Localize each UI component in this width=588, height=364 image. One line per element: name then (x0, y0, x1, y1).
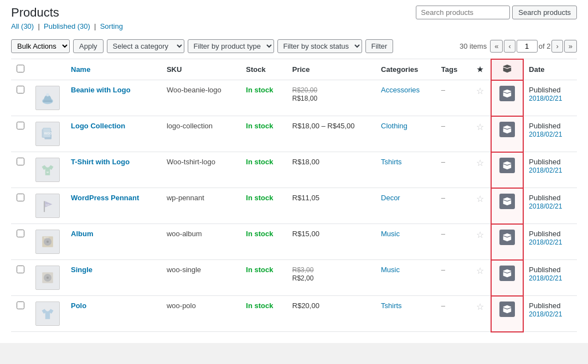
page-number-input[interactable] (517, 40, 538, 53)
product-price: R$18,00 – R$45,00 (287, 116, 375, 152)
filter-all-link[interactable]: All (30) (11, 22, 34, 30)
stock-status: In stock (246, 266, 273, 274)
featured-star[interactable]: ☆ (476, 266, 484, 275)
product-box-icon[interactable] (499, 158, 515, 173)
product-name-link[interactable]: Beanie with Logo (71, 86, 131, 94)
product-icon-cell[interactable] (491, 224, 523, 260)
featured-star[interactable]: ☆ (476, 230, 484, 240)
publish-date-link[interactable]: 2018/02/21 (529, 274, 562, 282)
stock-status: In stock (246, 158, 273, 166)
row-checkbox[interactable] (17, 266, 24, 273)
search-button[interactable]: Search products (512, 6, 577, 19)
svg-point-2 (46, 93, 49, 97)
product-sku: Woo-tshirt-logo (161, 152, 240, 188)
select-all-checkbox[interactable] (17, 65, 24, 72)
product-name-link[interactable]: Single (71, 266, 92, 274)
publish-status: Published (529, 194, 560, 202)
row-checkbox[interactable] (17, 122, 24, 129)
product-icon-cell[interactable] (491, 260, 523, 296)
product-category-link[interactable]: Music (381, 230, 400, 238)
product-category-link[interactable]: Tshirts (381, 301, 402, 310)
stock-status: In stock (246, 230, 273, 238)
filter-product-type-dropdown[interactable]: Filter by product type (188, 39, 274, 53)
stock-status: In stock (246, 122, 273, 130)
publish-date-link[interactable]: 2018/02/21 (529, 202, 562, 210)
svg-text:WOO: WOO (44, 132, 53, 135)
bulk-actions-select[interactable]: Bulk Actions (11, 39, 70, 53)
product-icon-cell[interactable] (491, 188, 523, 224)
table-row: WT-Shirt with LogoWoo-tshirt-logoIn stoc… (11, 152, 577, 188)
product-sku: Woo-beanie-logo (161, 80, 240, 116)
product-box-icon[interactable] (499, 86, 515, 101)
col-tags-header: Tags (436, 59, 469, 80)
product-icon-cell[interactable] (491, 296, 523, 332)
next-page-button[interactable]: › (551, 40, 563, 53)
apply-button[interactable]: Apply (73, 39, 104, 53)
publish-date-link[interactable]: 2018/02/21 (529, 95, 562, 102)
filter-links: All (30) | Published (30) | Sorting (11, 22, 577, 30)
product-price: R$18,00 (287, 152, 375, 188)
row-checkbox[interactable] (17, 230, 24, 237)
product-name-link[interactable]: Album (71, 230, 93, 238)
product-name-link[interactable]: T-Shirt with Logo (71, 158, 130, 166)
featured-star[interactable]: ☆ (476, 158, 484, 168)
row-checkbox[interactable] (17, 301, 24, 309)
svg-rect-1 (43, 100, 53, 102)
col-categories-header: Categories (375, 59, 436, 80)
product-thumbnail (35, 86, 60, 110)
box-column-icon (502, 67, 512, 75)
product-box-icon[interactable] (499, 122, 515, 137)
product-price: R$15,00 (287, 224, 375, 260)
product-box-icon[interactable] (499, 266, 515, 281)
table-row: Polowoo-poloIn stockR$20,00Tshirts–☆ Pub… (11, 296, 577, 332)
row-checkbox[interactable] (17, 194, 24, 201)
stock-status: In stock (246, 301, 273, 310)
row-checkbox[interactable] (17, 86, 24, 93)
table-row: Singlewoo-singleIn stockR$3,00R$2,00Musi… (11, 260, 577, 296)
publish-date-link[interactable]: 2018/02/21 (529, 310, 562, 318)
featured-star[interactable]: ☆ (476, 86, 484, 96)
table-row: WOOAlbumwoo-albumIn stockR$15,00Music–☆ … (11, 224, 577, 260)
featured-star[interactable]: ☆ (476, 194, 484, 204)
product-icon-cell[interactable] (491, 152, 523, 188)
stock-status: In stock (246, 194, 273, 202)
product-sku: woo-album (161, 224, 240, 260)
prev-page-button[interactable]: ‹ (504, 40, 515, 53)
product-tags: – (436, 260, 469, 296)
product-thumbnail: WOO (35, 122, 60, 146)
product-category-link[interactable]: Decor (381, 194, 400, 202)
product-box-icon[interactable] (499, 301, 515, 317)
last-page-button[interactable]: » (564, 40, 577, 53)
publish-status: Published (529, 158, 560, 166)
product-category-link[interactable]: Music (381, 266, 400, 274)
product-icon-cell[interactable] (491, 80, 523, 116)
product-name-link[interactable]: WordPress Pennant (71, 194, 139, 202)
product-category-link[interactable]: Clothing (381, 122, 408, 130)
product-box-icon[interactable] (499, 194, 515, 209)
first-page-button[interactable]: « (490, 40, 503, 53)
product-tags: – (436, 224, 469, 260)
product-category-link[interactable]: Tshirts (381, 158, 402, 166)
product-box-icon[interactable] (499, 230, 515, 245)
product-icon-cell[interactable] (491, 116, 523, 152)
col-icon-header (491, 59, 523, 80)
filter-sorting-link[interactable]: Sorting (100, 22, 123, 30)
filter-stock-status-dropdown[interactable]: Filter by stock status (277, 39, 362, 53)
col-featured-header: ★ (468, 59, 491, 80)
publish-date-link[interactable]: 2018/02/21 (529, 131, 562, 138)
col-name-header[interactable]: Name (65, 59, 161, 80)
product-name-link[interactable]: Polo (71, 301, 86, 310)
featured-star[interactable]: ☆ (476, 302, 484, 311)
product-name-link[interactable]: Logo Collection (71, 122, 125, 130)
filter-published-link[interactable]: Published (30) (44, 22, 90, 30)
select-category-dropdown[interactable]: Select a category (107, 39, 184, 53)
publish-date-link[interactable]: 2018/02/21 (529, 238, 562, 246)
product-category-link[interactable]: Accessories (381, 86, 420, 94)
search-input[interactable] (416, 6, 510, 19)
publish-date-link[interactable]: 2018/02/21 (529, 167, 562, 174)
row-checkbox[interactable] (17, 158, 24, 165)
featured-star[interactable]: ☆ (476, 122, 484, 132)
products-table: Name SKU Stock Price Categories Tags ★ D… (11, 59, 577, 332)
product-date: Published2018/02/21 (523, 80, 577, 116)
filter-button[interactable]: Filter (365, 39, 394, 53)
